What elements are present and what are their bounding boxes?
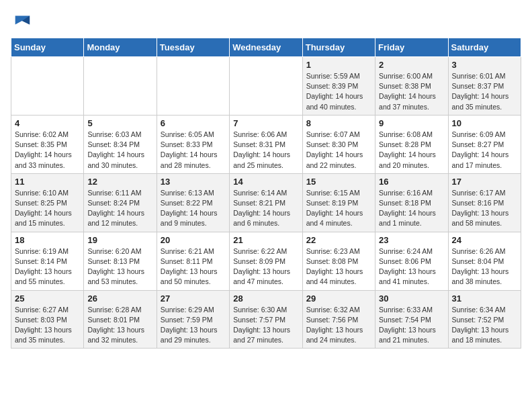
calendar-cell bbox=[230, 57, 302, 116]
day-number: 4 bbox=[15, 118, 80, 128]
day-info: Sunrise: 6:21 AM Sunset: 8:11 PM Dayligh… bbox=[161, 246, 226, 287]
calendar-cell: 26Sunrise: 6:28 AM Sunset: 8:01 PM Dayli… bbox=[84, 290, 157, 349]
day-info: Sunrise: 6:16 AM Sunset: 8:18 PM Dayligh… bbox=[379, 188, 444, 229]
page-header bbox=[11, 11, 521, 30]
day-number: 14 bbox=[233, 177, 298, 187]
day-number: 16 bbox=[379, 177, 444, 187]
day-number: 20 bbox=[161, 235, 226, 245]
day-info: Sunrise: 6:32 AM Sunset: 7:56 PM Dayligh… bbox=[306, 305, 371, 346]
day-number: 7 bbox=[233, 118, 298, 128]
day-number: 30 bbox=[379, 293, 444, 304]
day-info: Sunrise: 6:30 AM Sunset: 7:57 PM Dayligh… bbox=[233, 305, 298, 346]
calendar-week-4: 18Sunrise: 6:19 AM Sunset: 8:14 PM Dayli… bbox=[11, 232, 521, 290]
day-number: 27 bbox=[161, 293, 226, 304]
day-number: 9 bbox=[379, 118, 444, 128]
day-number: 26 bbox=[87, 293, 152, 304]
day-number: 6 bbox=[161, 118, 226, 128]
day-number: 15 bbox=[306, 177, 371, 187]
day-info: Sunrise: 6:23 AM Sunset: 8:08 PM Dayligh… bbox=[306, 246, 371, 287]
day-number: 1 bbox=[306, 60, 371, 70]
day-info: Sunrise: 6:05 AM Sunset: 8:33 PM Dayligh… bbox=[161, 130, 226, 171]
day-number: 28 bbox=[233, 293, 298, 304]
calendar-cell: 24Sunrise: 6:26 AM Sunset: 8:04 PM Dayli… bbox=[448, 232, 521, 290]
calendar-cell: 8Sunrise: 6:07 AM Sunset: 8:30 PM Daylig… bbox=[302, 115, 375, 173]
calendar-header-row: SundayMondayTuesdayWednesdayThursdayFrid… bbox=[11, 38, 521, 57]
day-number: 19 bbox=[87, 235, 152, 245]
calendar-header-saturday: Saturday bbox=[448, 38, 521, 57]
day-number: 17 bbox=[452, 177, 517, 187]
calendar-week-5: 25Sunrise: 6:27 AM Sunset: 8:03 PM Dayli… bbox=[11, 290, 521, 349]
calendar-week-2: 4Sunrise: 6:02 AM Sunset: 8:35 PM Daylig… bbox=[11, 115, 521, 173]
calendar-cell: 28Sunrise: 6:30 AM Sunset: 7:57 PM Dayli… bbox=[230, 290, 302, 349]
day-info: Sunrise: 6:13 AM Sunset: 8:22 PM Dayligh… bbox=[161, 188, 226, 229]
calendar-cell: 29Sunrise: 6:32 AM Sunset: 7:56 PM Dayli… bbox=[302, 290, 375, 349]
calendar-header-thursday: Thursday bbox=[302, 38, 375, 57]
day-info: Sunrise: 6:29 AM Sunset: 7:59 PM Dayligh… bbox=[161, 305, 226, 346]
day-info: Sunrise: 6:17 AM Sunset: 8:16 PM Dayligh… bbox=[452, 188, 517, 229]
calendar-cell: 2Sunrise: 6:00 AM Sunset: 8:38 PM Daylig… bbox=[375, 57, 448, 116]
calendar-cell: 20Sunrise: 6:21 AM Sunset: 8:11 PM Dayli… bbox=[157, 232, 229, 290]
calendar-cell: 13Sunrise: 6:13 AM Sunset: 8:22 PM Dayli… bbox=[157, 173, 229, 232]
calendar-header-monday: Monday bbox=[84, 38, 157, 57]
day-number: 18 bbox=[15, 235, 80, 245]
calendar-cell: 6Sunrise: 6:05 AM Sunset: 8:33 PM Daylig… bbox=[157, 115, 229, 173]
calendar-header-wednesday: Wednesday bbox=[230, 38, 302, 57]
calendar-cell: 1Sunrise: 5:59 AM Sunset: 8:39 PM Daylig… bbox=[302, 57, 375, 116]
day-number: 23 bbox=[379, 235, 444, 245]
calendar-cell: 14Sunrise: 6:14 AM Sunset: 8:21 PM Dayli… bbox=[230, 173, 302, 232]
calendar-cell: 31Sunrise: 6:34 AM Sunset: 7:52 PM Dayli… bbox=[448, 290, 521, 349]
calendar-cell: 5Sunrise: 6:03 AM Sunset: 8:34 PM Daylig… bbox=[84, 115, 157, 173]
calendar-cell: 25Sunrise: 6:27 AM Sunset: 8:03 PM Dayli… bbox=[11, 290, 84, 349]
day-info: Sunrise: 6:00 AM Sunset: 8:38 PM Dayligh… bbox=[379, 71, 444, 112]
day-number: 5 bbox=[87, 118, 152, 128]
calendar-cell: 11Sunrise: 6:10 AM Sunset: 8:25 PM Dayli… bbox=[11, 173, 84, 232]
day-number: 13 bbox=[161, 177, 226, 187]
day-number: 3 bbox=[452, 60, 517, 70]
day-number: 10 bbox=[452, 118, 517, 128]
calendar-cell: 7Sunrise: 6:06 AM Sunset: 8:31 PM Daylig… bbox=[230, 115, 302, 173]
day-number: 29 bbox=[306, 293, 371, 304]
day-number: 21 bbox=[233, 235, 298, 245]
calendar-cell: 18Sunrise: 6:19 AM Sunset: 8:14 PM Dayli… bbox=[11, 232, 84, 290]
day-info: Sunrise: 6:19 AM Sunset: 8:14 PM Dayligh… bbox=[15, 246, 80, 287]
day-info: Sunrise: 6:34 AM Sunset: 7:52 PM Dayligh… bbox=[452, 305, 517, 346]
day-info: Sunrise: 6:15 AM Sunset: 8:19 PM Dayligh… bbox=[306, 188, 371, 229]
calendar-cell: 22Sunrise: 6:23 AM Sunset: 8:08 PM Dayli… bbox=[302, 232, 375, 290]
day-info: Sunrise: 6:11 AM Sunset: 8:24 PM Dayligh… bbox=[87, 188, 152, 229]
day-number: 31 bbox=[452, 293, 517, 304]
day-info: Sunrise: 6:14 AM Sunset: 8:21 PM Dayligh… bbox=[233, 188, 298, 229]
day-number: 12 bbox=[87, 177, 152, 187]
calendar-header-tuesday: Tuesday bbox=[157, 38, 229, 57]
day-info: Sunrise: 6:02 AM Sunset: 8:35 PM Dayligh… bbox=[15, 130, 80, 171]
calendar-header-sunday: Sunday bbox=[11, 38, 84, 57]
day-info: Sunrise: 6:01 AM Sunset: 8:37 PM Dayligh… bbox=[452, 71, 517, 112]
calendar-cell: 23Sunrise: 6:24 AM Sunset: 8:06 PM Dayli… bbox=[375, 232, 448, 290]
day-info: Sunrise: 6:03 AM Sunset: 8:34 PM Dayligh… bbox=[87, 130, 152, 171]
day-info: Sunrise: 6:20 AM Sunset: 8:13 PM Dayligh… bbox=[87, 246, 152, 287]
calendar-cell: 3Sunrise: 6:01 AM Sunset: 8:37 PM Daylig… bbox=[448, 57, 521, 116]
day-info: Sunrise: 6:24 AM Sunset: 8:06 PM Dayligh… bbox=[379, 246, 444, 287]
logo-icon bbox=[12, 11, 31, 30]
day-info: Sunrise: 6:06 AM Sunset: 8:31 PM Dayligh… bbox=[233, 130, 298, 171]
day-number: 8 bbox=[306, 118, 371, 128]
calendar-cell: 21Sunrise: 6:22 AM Sunset: 8:09 PM Dayli… bbox=[230, 232, 302, 290]
day-info: Sunrise: 6:22 AM Sunset: 8:09 PM Dayligh… bbox=[233, 246, 298, 287]
calendar-cell: 15Sunrise: 6:15 AM Sunset: 8:19 PM Dayli… bbox=[302, 173, 375, 232]
calendar-cell bbox=[157, 57, 229, 116]
day-info: Sunrise: 6:07 AM Sunset: 8:30 PM Dayligh… bbox=[306, 130, 371, 171]
calendar-cell: 9Sunrise: 6:08 AM Sunset: 8:28 PM Daylig… bbox=[375, 115, 448, 173]
calendar-cell: 27Sunrise: 6:29 AM Sunset: 7:59 PM Dayli… bbox=[157, 290, 229, 349]
calendar-cell: 19Sunrise: 6:20 AM Sunset: 8:13 PM Dayli… bbox=[84, 232, 157, 290]
day-number: 22 bbox=[306, 235, 371, 245]
day-number: 2 bbox=[379, 60, 444, 70]
day-info: Sunrise: 6:28 AM Sunset: 8:01 PM Dayligh… bbox=[87, 305, 152, 346]
day-number: 25 bbox=[15, 293, 80, 304]
day-info: Sunrise: 6:26 AM Sunset: 8:04 PM Dayligh… bbox=[452, 246, 517, 287]
calendar-header-friday: Friday bbox=[375, 38, 448, 57]
calendar-cell bbox=[84, 57, 157, 116]
calendar-cell: 4Sunrise: 6:02 AM Sunset: 8:35 PM Daylig… bbox=[11, 115, 84, 173]
day-info: Sunrise: 6:10 AM Sunset: 8:25 PM Dayligh… bbox=[15, 188, 80, 229]
calendar-week-1: 1Sunrise: 5:59 AM Sunset: 8:39 PM Daylig… bbox=[11, 57, 521, 116]
day-info: Sunrise: 6:33 AM Sunset: 7:54 PM Dayligh… bbox=[379, 305, 444, 346]
calendar-cell: 30Sunrise: 6:33 AM Sunset: 7:54 PM Dayli… bbox=[375, 290, 448, 349]
